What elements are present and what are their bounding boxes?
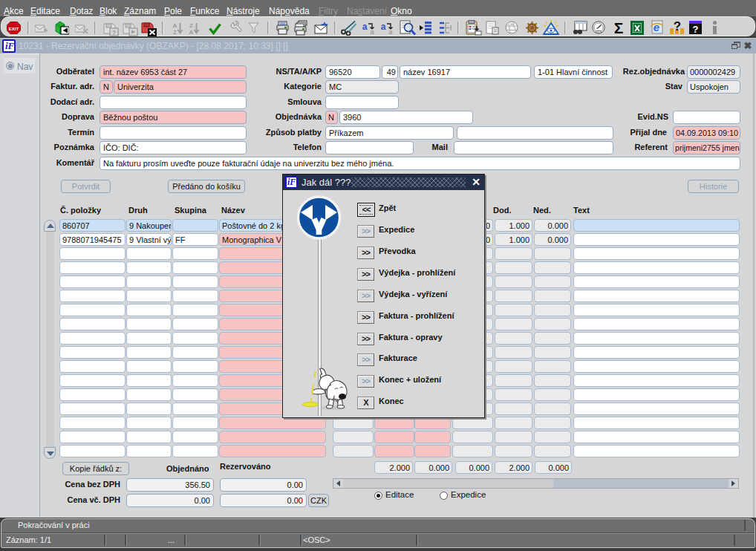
svg-text:a: a	[362, 22, 368, 32]
svg-text:a: a	[370, 28, 374, 35]
svg-text:A: A	[173, 22, 177, 29]
svg-text:Σ: Σ	[614, 19, 624, 36]
svg-text:?: ?	[112, 29, 117, 36]
svg-text:Z: Z	[189, 22, 193, 29]
svg-text:a: a	[381, 22, 386, 32]
svg-text:?: ?	[693, 24, 699, 35]
svg-text:?: ?	[674, 19, 681, 33]
svg-text:e: e	[654, 21, 659, 33]
svg-text:EXIT: EXIT	[9, 27, 19, 31]
svg-text:1315: 1315	[596, 30, 602, 33]
svg-text:A: A	[189, 29, 194, 35]
svg-text:a: a	[388, 28, 393, 35]
svg-text:Z: Z	[173, 29, 177, 35]
